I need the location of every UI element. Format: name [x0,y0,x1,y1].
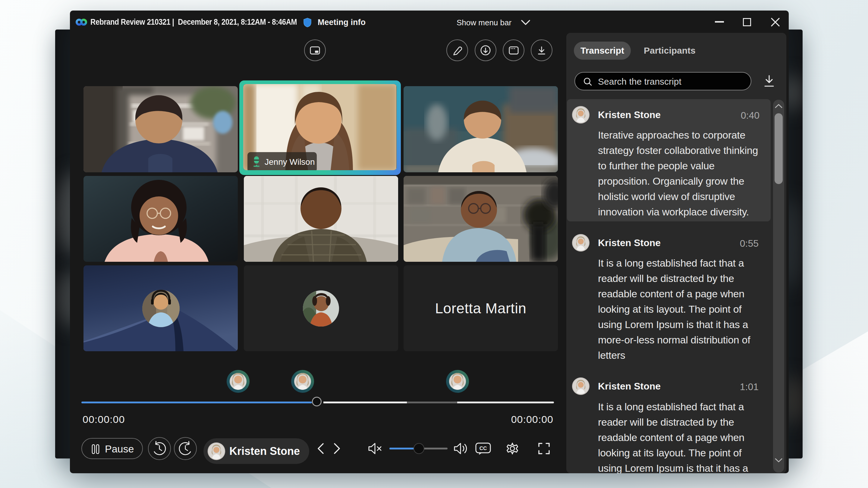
svg-text:CC: CC [479,446,487,451]
